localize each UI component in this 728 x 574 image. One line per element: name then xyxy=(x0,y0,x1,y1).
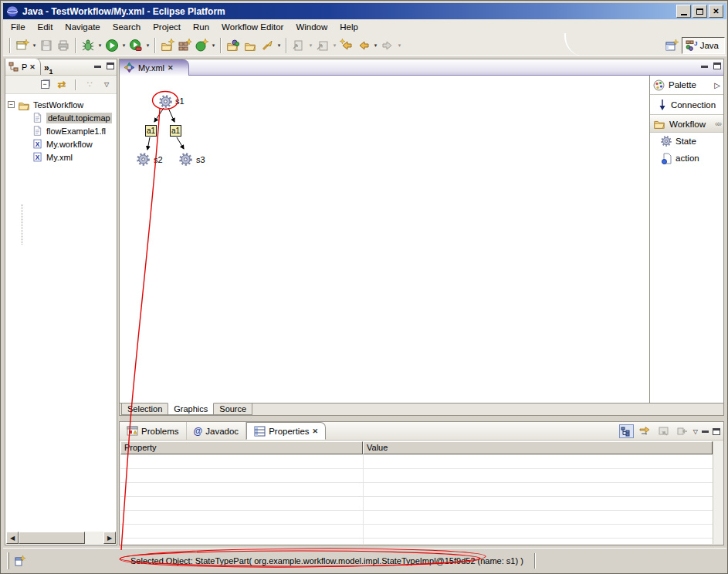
palette-header[interactable]: Palette ▷ xyxy=(650,76,723,95)
view-menu-button[interactable]: ▽ xyxy=(100,78,113,92)
last-edit-location-button[interactable] xyxy=(290,37,307,54)
scrollbar-thumb[interactable] xyxy=(19,532,85,544)
state-node-s2-icon[interactable] xyxy=(137,153,150,166)
java-perspective-button[interactable]: J Java xyxy=(682,37,725,54)
menu-search[interactable]: Search xyxy=(107,21,147,33)
menu-edit[interactable]: Edit xyxy=(32,21,59,33)
back-to-last-edit-button[interactable] xyxy=(338,37,355,54)
palette-item-state[interactable]: State xyxy=(650,133,723,150)
state-node-s1-icon[interactable] xyxy=(159,95,172,108)
pin-drawer-icon[interactable]: «» xyxy=(715,120,720,128)
open-type-button[interactable] xyxy=(225,37,242,54)
state-node-s3-icon[interactable] xyxy=(179,153,192,166)
print-button[interactable] xyxy=(55,37,72,54)
view-minimize-icon[interactable] xyxy=(702,430,709,433)
palette-collapse-icon[interactable]: ▷ xyxy=(714,81,720,89)
page-tab-source[interactable]: Source xyxy=(213,403,252,415)
view-minimize-icon[interactable] xyxy=(94,65,101,68)
new-java-class-button[interactable] xyxy=(193,37,210,54)
new-java-package-button[interactable] xyxy=(176,37,193,54)
search-dropdown[interactable]: ▾ xyxy=(276,42,283,49)
more-views-indicator[interactable]: » 1 xyxy=(44,64,53,75)
scrollbar-track[interactable] xyxy=(85,532,103,544)
close-view-icon[interactable]: ✕ xyxy=(313,427,319,435)
view-maximize-icon[interactable] xyxy=(107,62,114,69)
action-node-a1-right[interactable]: a1 xyxy=(170,125,181,137)
close-editor-icon[interactable]: ✕ xyxy=(168,64,174,72)
last-edit-location-dropdown[interactable]: ▾ xyxy=(307,42,314,49)
search-button[interactable] xyxy=(259,37,276,54)
open-perspective-button[interactable] xyxy=(662,37,682,54)
go-into-dropdown[interactable]: ▾ xyxy=(331,42,338,49)
menu-run[interactable]: Run xyxy=(187,21,215,33)
close-button[interactable]: ✕ xyxy=(709,5,723,18)
state-label-s2[interactable]: s2 xyxy=(154,155,163,164)
sort-properties-button[interactable] xyxy=(638,424,652,438)
scroll-right-icon[interactable]: ▶ xyxy=(103,532,116,544)
tab-problems[interactable]: Problems xyxy=(120,422,187,440)
collapse-all-button[interactable]: − xyxy=(38,78,52,92)
filters-button[interactable]: ∵ xyxy=(83,78,97,92)
tree-item-testworkflow[interactable]: − TestWorkflow xyxy=(5,98,117,111)
editor-minimize-icon[interactable] xyxy=(701,65,708,68)
restore-default-value-button[interactable] xyxy=(656,424,671,438)
close-view-icon[interactable]: ✕ xyxy=(29,63,36,71)
tree-item-default-topicmap[interactable]: default.topicmap xyxy=(5,111,117,124)
tree-item-flowexample1[interactable]: flowExample1.fl xyxy=(5,124,117,137)
show-tree-button[interactable] xyxy=(619,424,634,438)
menu-workflow-editor[interactable]: Workflow Editor xyxy=(215,21,290,33)
scroll-left-icon[interactable]: ◀ xyxy=(6,532,19,544)
save-button[interactable] xyxy=(38,37,55,54)
vertical-scrollbar[interactable] xyxy=(713,441,723,544)
minimize-button[interactable] xyxy=(676,5,691,18)
back-button[interactable] xyxy=(355,37,372,54)
go-into-button[interactable] xyxy=(314,37,331,54)
expander-minus-icon[interactable]: − xyxy=(8,101,15,108)
editor-maximize-icon[interactable] xyxy=(713,62,721,69)
menu-window[interactable]: Window xyxy=(290,21,334,33)
page-tab-graphics[interactable]: Graphics xyxy=(168,403,214,415)
new-java-project-button[interactable] xyxy=(159,37,176,54)
back-dropdown[interactable]: ▾ xyxy=(372,42,379,49)
palette-drawer-workflow[interactable]: Workflow «» xyxy=(650,115,723,133)
tree-item-my-xml[interactable]: My.xml xyxy=(5,150,117,164)
horizontal-scrollbar[interactable]: ◀ ▶ xyxy=(6,532,116,544)
debug-button[interactable] xyxy=(80,37,97,54)
link-with-editor-button[interactable]: ⇄ xyxy=(55,78,69,92)
tree-item-my-workflow[interactable]: My.workflow xyxy=(5,137,117,150)
forward-button[interactable] xyxy=(379,37,396,54)
debug-dropdown[interactable]: ▾ xyxy=(97,42,103,49)
editor-page-tabs: Selection Graphics Source xyxy=(120,403,723,415)
tab-my-xml[interactable]: My.xml ✕ xyxy=(120,59,189,76)
run-button[interactable] xyxy=(103,37,120,54)
new-java-class-dropdown[interactable]: ▾ xyxy=(210,42,217,49)
page-tab-selection[interactable]: Selection xyxy=(121,403,168,415)
menu-help[interactable]: Help xyxy=(334,21,364,33)
forward-dropdown[interactable]: ▾ xyxy=(396,42,403,49)
view-menu-icon[interactable]: ▽ xyxy=(693,428,698,435)
external-tools-button[interactable] xyxy=(127,37,144,54)
palette-tool-connection[interactable]: Connection xyxy=(650,95,723,115)
menu-file[interactable]: File xyxy=(5,21,32,33)
fast-view-button[interactable] xyxy=(12,554,26,568)
column-header-value[interactable]: Value xyxy=(363,441,713,454)
tab-properties[interactable]: Properties ✕ xyxy=(246,422,326,440)
action-node-a1-left[interactable]: a1 xyxy=(145,125,157,137)
view-maximize-icon[interactable] xyxy=(713,428,720,435)
maximize-button[interactable] xyxy=(692,5,707,18)
external-tools-dropdown[interactable]: ▾ xyxy=(144,42,151,49)
tab-javadoc[interactable]: @ Javadoc xyxy=(187,422,247,440)
menu-navigate[interactable]: Navigate xyxy=(59,21,106,33)
run-dropdown[interactable]: ▾ xyxy=(120,42,127,49)
menu-project[interactable]: Project xyxy=(147,21,187,33)
pin-to-selection-button[interactable] xyxy=(675,424,689,438)
open-resource-button[interactable] xyxy=(242,37,259,54)
column-header-property[interactable]: Property xyxy=(120,441,363,454)
state-label-s3[interactable]: s3 xyxy=(196,155,205,164)
new-wizard-dropdown[interactable]: ▾ xyxy=(31,42,38,49)
tab-package-explorer[interactable]: P ✕ xyxy=(5,59,41,75)
workflow-diagram-canvas[interactable]: s1 a1 a1 s2 s3 xyxy=(120,76,650,403)
new-wizard-button[interactable] xyxy=(14,37,31,54)
state-label-s1[interactable]: s1 xyxy=(175,96,185,106)
palette-item-action[interactable]: action xyxy=(650,150,723,167)
